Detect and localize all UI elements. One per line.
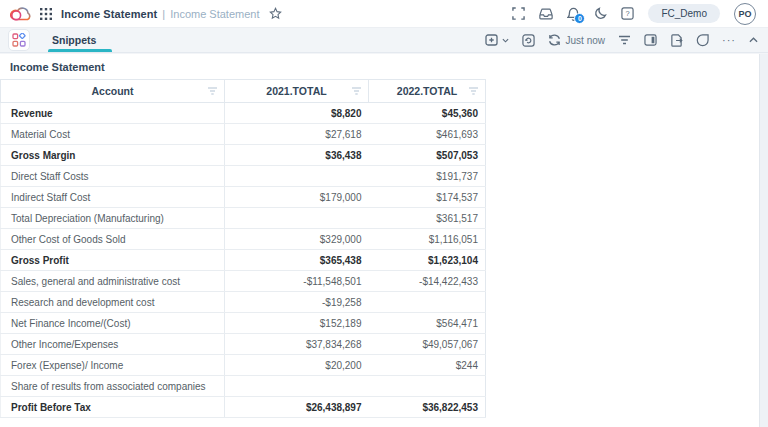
value-cell-2021[interactable] <box>225 208 369 229</box>
account-cell[interactable]: Net Finance Income/(Cost) <box>1 313 225 334</box>
table-row: Total Depreciation (Manufacturing)$361,5… <box>1 208 486 229</box>
value-cell-2022[interactable]: $191,737 <box>369 166 486 187</box>
filter-icon[interactable] <box>351 87 362 95</box>
comments-button[interactable] <box>696 34 709 47</box>
value-cell-2022[interactable]: $244 <box>369 355 486 376</box>
value-cell-2021[interactable]: $329,000 <box>225 229 369 250</box>
top-header: Income Statement | Income Statement 0 <box>0 0 768 27</box>
tab-snippets[interactable]: Snippets <box>50 28 98 52</box>
filter-icon[interactable] <box>468 87 479 95</box>
content-area: Income Statement Account 2021.TOTAL <box>0 53 768 427</box>
filter-icon[interactable] <box>207 87 218 95</box>
value-cell-2022[interactable]: $49,057,067 <box>369 334 486 355</box>
notifications-icon[interactable]: 0 <box>567 7 580 21</box>
table-row: Research and development cost-$19,258 <box>1 292 486 313</box>
value-cell-2022[interactable]: $507,053 <box>369 145 486 166</box>
snapshot-button[interactable] <box>522 34 535 47</box>
value-cell-2022[interactable] <box>369 376 486 397</box>
value-cell-2021[interactable]: $152,189 <box>225 313 369 334</box>
value-cell-2022[interactable]: $45,360 <box>369 103 486 124</box>
snippets-menu-button[interactable] <box>8 29 30 51</box>
panel-button[interactable] <box>644 34 657 46</box>
value-cell-2021[interactable] <box>225 376 369 397</box>
refresh-group: Just now <box>548 34 605 46</box>
table-row: Share of results from associated compani… <box>1 376 486 397</box>
value-cell-2021[interactable]: -$11,548,501 <box>225 271 369 292</box>
add-view-button[interactable] <box>485 34 509 46</box>
value-cell-2021[interactable]: -$19,258 <box>225 292 369 313</box>
collapse-button[interactable] <box>749 37 758 43</box>
account-cell[interactable]: Direct Staff Costs <box>1 166 225 187</box>
tab-snippets-label: Snippets <box>52 34 96 46</box>
account-cell[interactable]: Profit Before Tax <box>1 397 225 418</box>
value-cell-2021[interactable]: $365,438 <box>225 250 369 271</box>
document-title: Income Statement <box>61 8 157 20</box>
value-cell-2021[interactable]: $20,200 <box>225 355 369 376</box>
value-cell-2021[interactable] <box>225 166 369 187</box>
value-cell-2021[interactable]: $179,000 <box>225 187 369 208</box>
value-cell-2022[interactable]: $36,822,453 <box>369 397 486 418</box>
table-row: Revenue$8,820$45,360 <box>1 103 486 124</box>
favorite-star-icon[interactable] <box>269 7 282 20</box>
account-cell[interactable]: Sales, general and administrative cost <box>1 271 225 292</box>
apps-grid-icon[interactable] <box>40 8 52 20</box>
snippet-toolbar: Snippets Just now <box>0 27 768 53</box>
table-row: Direct Staff Costs$191,737 <box>1 166 486 187</box>
table-row: Gross Profit$365,438$1,623,104 <box>1 250 486 271</box>
workspace-button[interactable]: FC_Demo <box>648 4 720 23</box>
value-cell-2021[interactable]: $36,438 <box>225 145 369 166</box>
help-icon[interactable]: ? <box>621 7 634 20</box>
column-header-account[interactable]: Account <box>1 80 225 103</box>
table-header-row: Account 2021.TOTAL <box>1 80 486 103</box>
table-row: Other Income/Expenses$37,834,268$49,057,… <box>1 334 486 355</box>
value-cell-2022[interactable]: $1,623,104 <box>369 250 486 271</box>
value-cell-2022[interactable]: $174,537 <box>369 187 486 208</box>
table-row: Forex (Expense)/ Income$20,200$244 <box>1 355 486 376</box>
column-header-label: 2022.TOTAL <box>397 85 457 97</box>
account-cell[interactable]: Forex (Expense)/ Income <box>1 355 225 376</box>
user-avatar[interactable]: PO <box>734 3 756 25</box>
svg-text:?: ? <box>626 9 630 18</box>
account-cell[interactable]: Research and development cost <box>1 292 225 313</box>
value-cell-2022[interactable]: $564,471 <box>369 313 486 334</box>
account-cell[interactable]: Indirect Staff Cost <box>1 187 225 208</box>
value-cell-2021[interactable]: $27,618 <box>225 124 369 145</box>
document-subtitle: Income Statement <box>170 8 259 20</box>
value-cell-2022[interactable]: $461,693 <box>369 124 486 145</box>
value-cell-2021[interactable]: $37,834,268 <box>225 334 369 355</box>
value-cell-2022[interactable]: $361,517 <box>369 208 486 229</box>
account-cell[interactable]: Gross Profit <box>1 250 225 271</box>
snippets-icon <box>12 33 26 47</box>
account-cell[interactable]: Gross Margin <box>1 145 225 166</box>
value-cell-2021[interactable]: $26,438,897 <box>225 397 369 418</box>
table-row: Profit Before Tax$26,438,897$36,822,453 <box>1 397 486 418</box>
account-cell[interactable]: Material Cost <box>1 124 225 145</box>
title-separator: | <box>162 8 165 20</box>
value-cell-2022[interactable]: $1,116,051 <box>369 229 486 250</box>
fullscreen-icon[interactable] <box>512 7 525 20</box>
account-cell[interactable]: Other Cost of Goods Sold <box>1 229 225 250</box>
dark-mode-icon[interactable] <box>594 7 607 20</box>
export-button[interactable] <box>670 34 683 47</box>
column-header-label: 2021.TOTAL <box>266 85 326 97</box>
account-cell[interactable]: Share of results from associated compani… <box>1 376 225 397</box>
more-button[interactable]: ··· <box>722 35 736 45</box>
income-statement-table: Account 2021.TOTAL <box>0 79 486 418</box>
account-cell[interactable]: Revenue <box>1 103 225 124</box>
filter-button[interactable] <box>618 35 631 45</box>
inbox-icon[interactable] <box>539 8 553 20</box>
column-header-2022[interactable]: 2022.TOTAL <box>369 80 486 103</box>
value-cell-2022[interactable] <box>369 292 486 313</box>
value-cell-2022[interactable]: -$14,422,433 <box>369 271 486 292</box>
table-body: Revenue$8,820$45,360Material Cost$27,618… <box>1 103 486 418</box>
column-header-2021[interactable]: 2021.TOTAL <box>225 80 369 103</box>
notification-badge: 0 <box>574 13 585 24</box>
table-row: Sales, general and administrative cost-$… <box>1 271 486 292</box>
account-cell[interactable]: Total Depreciation (Manufacturing) <box>1 208 225 229</box>
account-cell[interactable]: Other Income/Expenses <box>1 334 225 355</box>
column-header-label: Account <box>92 85 134 97</box>
value-cell-2021[interactable]: $8,820 <box>225 103 369 124</box>
app-logo-icon[interactable] <box>10 4 31 23</box>
refresh-icon[interactable] <box>548 34 561 46</box>
section-title: Income Statement <box>0 54 768 79</box>
